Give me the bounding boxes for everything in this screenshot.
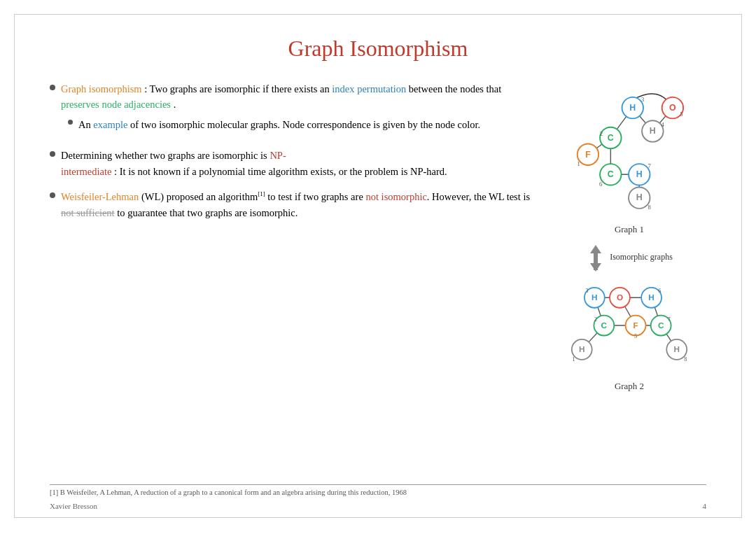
svg-text:8: 8 [648, 204, 650, 211]
slide: Graph Isomorphism Graph isomorphism : Tw… [14, 14, 742, 518]
svg-text:2: 2 [600, 130, 603, 137]
svg-text:6: 6 [599, 181, 603, 188]
keyword-span: preserves node adjacencies [61, 99, 171, 110]
svg-text:5: 5 [680, 111, 682, 118]
list-item: Weisfeiler-Lehman (WL) proposed an algor… [50, 189, 538, 220]
page-number: 4 [703, 502, 707, 510]
graph1-label: Graph 1 [615, 224, 644, 235]
svg-text:F: F [585, 150, 591, 160]
svg-text:3: 3 [641, 96, 644, 103]
isomorphic-label: Isomorphic graphs [610, 252, 673, 263]
svg-text:4: 4 [661, 121, 664, 128]
text-span: : Two graphs are isomorphic if there exi… [144, 83, 332, 94]
graph2-label: Graph 2 [615, 381, 644, 392]
bullet-dot [50, 85, 55, 90]
keyword-span: index permutation [332, 83, 406, 94]
svg-text:H: H [592, 293, 597, 302]
svg-text:O: O [617, 293, 623, 302]
text-span: Graph isomorphism : Two graphs are isomo… [61, 83, 501, 110]
double-arrow-icon [586, 244, 606, 272]
content-area: Graph isomorphism : Two graphs are isomo… [50, 81, 706, 392]
svg-text:H: H [673, 344, 679, 353]
svg-text:C: C [608, 133, 614, 143]
svg-text:H: H [648, 293, 654, 302]
bullet-dot [50, 192, 55, 198]
keyword-span: not sufficient [61, 207, 115, 218]
svg-text:1: 1 [572, 356, 575, 363]
graph2-container: H 3 O H 6 C 2 F 5 [559, 280, 699, 392]
page-info: Xavier Bresson 4 [50, 502, 706, 510]
svg-marker-31 [590, 245, 601, 253]
graph2-svg: H 3 O H 6 C 2 F 5 [559, 280, 699, 378]
keyword-span: not isomorphic [365, 191, 426, 202]
graphs-area: F 1 C 2 H 3 H 4 O [552, 81, 706, 392]
slide-title: Graph Isomorphism [50, 36, 706, 62]
svg-rect-32 [594, 253, 598, 263]
bullet-list: Graph isomorphism : Two graphs are isomo… [50, 81, 538, 220]
svg-text:O: O [669, 103, 676, 113]
bullet-content: Weisfeiler-Lehman (WL) proposed an algor… [61, 189, 538, 220]
footnote: [1] B Weisfeiler, A Lehman, A reduction … [50, 484, 706, 496]
list-item: An example of two isomorphic molecular g… [68, 117, 538, 132]
svg-text:H: H [629, 103, 636, 113]
svg-text:7: 7 [668, 316, 671, 323]
sub-bullet-list: An example of two isomorphic molecular g… [68, 117, 538, 132]
bullet-content: Determining whether two graphs are isomo… [61, 148, 447, 179]
iso-arrow: Isomorphic graphs [586, 244, 673, 272]
svg-text:H: H [650, 126, 656, 136]
svg-text:3: 3 [585, 288, 588, 294]
svg-text:7: 7 [648, 162, 651, 169]
svg-text:C: C [658, 321, 664, 330]
list-item: Graph isomorphism : Two graphs are isomo… [50, 81, 538, 138]
svg-text:C: C [601, 321, 608, 330]
svg-marker-34 [590, 263, 601, 272]
svg-text:H: H [636, 192, 643, 202]
svg-text:6: 6 [658, 288, 661, 294]
svg-text:1: 1 [577, 160, 580, 167]
svg-text:H: H [579, 344, 584, 353]
sub-content: An example of two isomorphic molecular g… [78, 117, 480, 132]
svg-text:F: F [633, 321, 638, 330]
keyword-span: Graph isomorphism [61, 83, 142, 94]
svg-text:8: 8 [684, 356, 687, 363]
svg-text:H: H [636, 169, 643, 179]
graph1-container: F 1 C 2 H 3 H 4 O [559, 81, 699, 235]
list-item: Determining whether two graphs are isomo… [50, 148, 538, 179]
keyword-span: example [93, 119, 127, 130]
keyword-span: NP-intermediate [61, 150, 286, 176]
text-span: between the nodes that [409, 83, 501, 94]
graph1-svg: F 1 C 2 H 3 H 4 O [559, 81, 699, 221]
svg-text:5: 5 [634, 333, 637, 339]
bullet-dot [50, 151, 55, 157]
svg-text:C: C [608, 169, 614, 179]
svg-text:2: 2 [594, 316, 597, 323]
keyword-span: Weisfeiler-Lehman [61, 191, 139, 202]
sub-dot [68, 120, 73, 125]
text-span: . [174, 99, 176, 110]
bullet-content: Graph isomorphism : Two graphs are isomo… [61, 81, 538, 138]
text-area: Graph isomorphism : Two graphs are isomo… [50, 81, 538, 392]
author-name: Xavier Bresson [50, 502, 97, 510]
footnote-text: [1] B Weisfeiler, A Lehman, A reduction … [50, 489, 407, 496]
